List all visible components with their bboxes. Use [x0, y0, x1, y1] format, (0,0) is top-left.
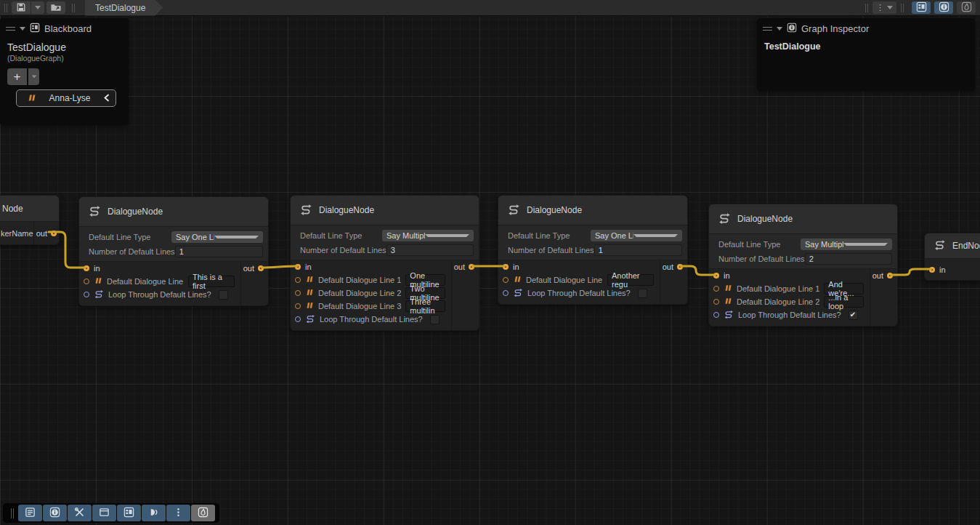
- dialogue-line-row: Default Dialogue LineAnother regu: [498, 273, 658, 286]
- output-port-label: out: [36, 229, 47, 238]
- toolbar-drag-handle[interactable]: [4, 4, 7, 12]
- node-dialogue-2[interactable]: DialogueNodeDefault Line TypeSay Multipl…: [290, 195, 479, 331]
- dialogue-line-port[interactable]: [713, 299, 719, 305]
- more-options-button[interactable]: ⋮: [872, 1, 896, 14]
- info-icon: [49, 507, 60, 519]
- dialogue-line-field[interactable]: Another regu: [607, 274, 654, 286]
- node-header[interactable]: DialogueNode: [498, 196, 687, 225]
- dialogue-line-label: Default Dialogue Line 1: [318, 276, 401, 284]
- loop-port[interactable]: [503, 290, 509, 296]
- loop-checkbox[interactable]: [219, 290, 228, 300]
- blackboard-graph-type: (DialogueGraph): [0, 53, 129, 63]
- quote-icon: [724, 284, 732, 294]
- loop-label: Loop Through Default Lines?: [108, 290, 211, 299]
- dialogue-line-port[interactable]: [295, 303, 301, 309]
- num-lines-field[interactable]: 2: [805, 253, 892, 265]
- open-folder-button[interactable]: [46, 1, 65, 14]
- speaker-name-port-label: kerName: [0, 229, 33, 238]
- num-lines-field[interactable]: 1: [594, 244, 682, 256]
- blackboard-header: Blackboard: [0, 18, 129, 37]
- line-type-dropdown[interactable]: Say Multiple Lines: [382, 230, 474, 241]
- bottom-toolbar: [3, 503, 219, 523]
- dialogue-line-label: Default Dialogue Line 2: [318, 289, 401, 297]
- input-port-label: in: [724, 271, 730, 280]
- tools-icon: [74, 507, 85, 519]
- quote-icon: [305, 288, 314, 298]
- top-toolbar-right: ⋮: [861, 1, 980, 14]
- blackboard-icon: [30, 23, 40, 34]
- dialogue-line-port[interactable]: [84, 278, 89, 284]
- node-header[interactable]: Node: [0, 196, 59, 221]
- loop-port[interactable]: [84, 292, 89, 297]
- node-properties: Default Line TypeSay Multiple LinesNumbe…: [709, 233, 897, 268]
- dialogue-line-row: Default Dialogue Line 2...in a loop: [709, 295, 868, 308]
- preview-button[interactable]: [191, 505, 215, 521]
- loop-checkbox[interactable]: [849, 310, 858, 320]
- tools-button[interactable]: [68, 505, 92, 521]
- dialogue-line-field[interactable]: This is a first: [188, 276, 235, 287]
- line-type-row: Default Line TypeSay Multiple Lines: [714, 238, 892, 250]
- blackboard-title: Blackboard: [44, 23, 92, 34]
- node-header[interactable]: DialogueNode: [291, 196, 479, 225]
- toolbar-drag-handle[interactable]: [11, 508, 14, 518]
- chevron-left-icon[interactable]: [103, 94, 110, 103]
- node-title: DialogueNode: [527, 205, 582, 215]
- hamburger-icon[interactable]: [763, 27, 772, 31]
- loop-icon: [724, 310, 734, 321]
- dialogue-line-port[interactable]: [713, 286, 719, 292]
- node-dialogue-3[interactable]: DialogueNodeDefault Line TypeSay One Lin…: [498, 195, 688, 305]
- node-header[interactable]: DialogueNode: [709, 204, 897, 233]
- node-ports: inDefault Dialogue Line 1One multilineDe…: [291, 260, 479, 330]
- node-dialogue-4[interactable]: DialogueNodeDefault Line TypeSay Multipl…: [708, 204, 898, 326]
- dialogue-line-field[interactable]: Three multilin: [405, 300, 445, 312]
- play-dialogue-button[interactable]: [142, 505, 166, 521]
- chevron-down-icon: [214, 236, 259, 239]
- more-options-icon: ⋮: [876, 4, 884, 12]
- dialogue-line-port[interactable]: [503, 277, 509, 283]
- node-title: EndNode: [952, 241, 980, 251]
- line-type-dropdown[interactable]: Say One Line: [591, 230, 682, 241]
- loop-icon: [305, 314, 315, 325]
- top-toolbar: TestDialogue ⋮: [0, 0, 980, 16]
- node-ports: inDefault Dialogue Line 1And we're...Def…: [709, 268, 897, 326]
- collapse-caret-icon[interactable]: [20, 27, 25, 31]
- loop-checkbox[interactable]: [430, 315, 440, 324]
- window-button[interactable]: [92, 505, 116, 521]
- node-end[interactable]: EndNodein: [924, 233, 980, 281]
- dialogue-line-port[interactable]: [295, 277, 301, 283]
- quote-icon: [305, 275, 314, 285]
- open-folder-icon: [50, 2, 62, 14]
- loop-checkbox[interactable]: [638, 289, 647, 298]
- num-lines-row: Number of Default Lines2: [714, 252, 892, 265]
- collapse-caret-icon[interactable]: [777, 27, 782, 31]
- save-button[interactable]: [12, 1, 31, 14]
- node-header[interactable]: DialogueNode: [79, 197, 268, 226]
- add-variable-button[interactable]: +: [7, 68, 27, 85]
- line-type-dropdown[interactable]: Say One Line: [171, 231, 263, 243]
- dialogue-line-port[interactable]: [295, 290, 301, 296]
- dialogue-line-field[interactable]: ...in a loop: [824, 296, 864, 308]
- hamburger-icon[interactable]: [6, 27, 15, 31]
- info-icon: [787, 23, 797, 34]
- tab-testdialogue[interactable]: TestDialogue: [85, 0, 163, 16]
- loop-port[interactable]: [713, 312, 719, 318]
- more-options-button[interactable]: [166, 505, 190, 521]
- line-type-dropdown[interactable]: Say Multiple Lines: [801, 239, 892, 250]
- preview-toggle-button[interactable]: [957, 1, 976, 14]
- console-button[interactable]: [18, 505, 42, 521]
- node-speaker[interactable]: NodekerNameout: [0, 195, 60, 245]
- info-button[interactable]: [43, 505, 67, 521]
- node-dialogue-1[interactable]: DialogueNodeDefault Line TypeSay One Lin…: [78, 196, 269, 306]
- loop-port[interactable]: [295, 316, 301, 322]
- node-header[interactable]: EndNode: [925, 233, 980, 258]
- save-dropdown-button[interactable]: [31, 1, 44, 14]
- blackboard-button[interactable]: [117, 505, 141, 521]
- num-lines-field[interactable]: 1: [175, 246, 263, 257]
- num-lines-field[interactable]: 3: [386, 244, 474, 256]
- blackboard-toggle-button[interactable]: [912, 1, 931, 14]
- inspector-toggle-button[interactable]: [934, 1, 953, 14]
- add-variable-dropdown-button[interactable]: [28, 68, 39, 85]
- blackboard-variable-row[interactable]: Anna-Lyse: [16, 89, 116, 107]
- dialogue-line-label: Default Dialogue Line 2: [737, 297, 819, 306]
- line-type-label: Default Line Type: [503, 231, 591, 240]
